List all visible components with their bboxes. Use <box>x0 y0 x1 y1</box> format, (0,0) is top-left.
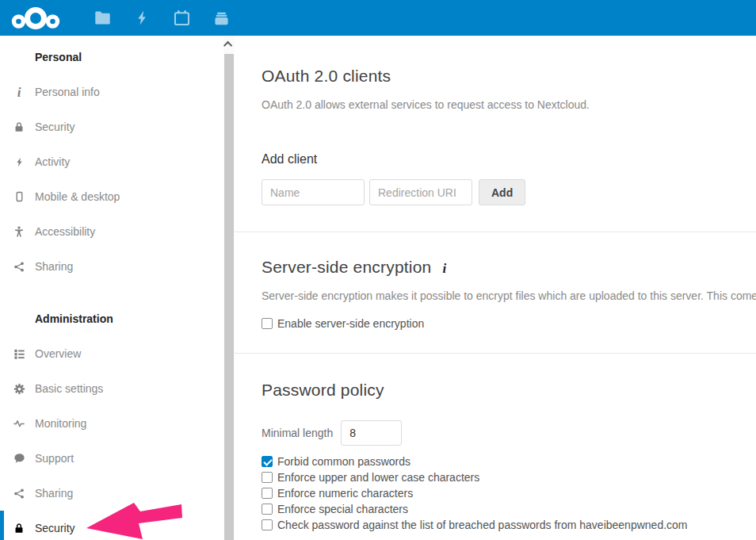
lock-icon <box>13 521 25 535</box>
deck-icon[interactable] <box>201 0 241 36</box>
minimal-length-input[interactable] <box>341 420 402 446</box>
client-name-input[interactable] <box>262 179 365 205</box>
sidebar-item-monitoring[interactable]: Monitoring <box>0 406 223 441</box>
sidebar-item-accessibility[interactable]: Accessibility <box>0 214 223 249</box>
sidebar-item-security-admin[interactable]: Security <box>0 511 223 540</box>
calendar-icon[interactable] <box>162 0 201 36</box>
oauth-section: OAuth 2.0 clients OAuth 2.0 allows exter… <box>235 36 756 232</box>
encryption-title: Server-side encryptioni <box>262 258 756 277</box>
files-folder-icon[interactable] <box>82 0 122 36</box>
enforce-special-checkbox[interactable]: Enforce special characters <box>262 503 408 515</box>
sidebar-item-overview[interactable]: Overview <box>0 336 223 371</box>
lock-icon <box>13 120 25 134</box>
list-icon <box>13 347 25 361</box>
password-policy-title: Password policy <box>262 381 756 400</box>
chat-icon <box>13 451 25 465</box>
encryption-description: Server-side encryption makes it possible… <box>262 288 756 304</box>
enable-encryption-row: Enable server-side encryption <box>262 317 756 330</box>
enforce-upper-lower-checkbox[interactable]: Enforce upper and lower case characters <box>262 471 479 484</box>
accessibility-icon <box>13 224 25 239</box>
enable-encryption-checkbox[interactable]: Enable server-side encryption <box>262 317 756 330</box>
share-icon <box>13 259 25 274</box>
nextcloud-logo[interactable] <box>10 5 62 32</box>
sidebar-item-sharing-personal[interactable]: Sharing <box>0 249 223 284</box>
sidebar-item-support[interactable]: Support <box>0 441 223 476</box>
redirection-uri-input[interactable] <box>369 179 472 205</box>
phone-icon <box>13 190 25 204</box>
enforce-numeric-checkbox[interactable]: Enforce numeric characters <box>262 487 413 500</box>
minimal-length-row: Minimal length <box>262 420 756 446</box>
sidebar-item-sharing-admin[interactable]: Sharing <box>0 476 223 511</box>
oauth-title: OAuth 2.0 clients <box>262 67 756 86</box>
info-icon: i <box>13 85 25 99</box>
sidebar-item-personal-info[interactable]: i Personal info <box>0 75 223 109</box>
password-policy-options: Forbid common passwords Enforce upper an… <box>262 454 756 533</box>
add-client-heading: Add client <box>262 152 756 167</box>
sidebar-item-mobile-desktop[interactable]: Mobile & desktop <box>0 179 223 214</box>
sidebar-scrollbar <box>223 36 235 540</box>
share-icon <box>13 486 25 500</box>
sidebar-caption-administration: Administration <box>0 301 223 336</box>
lightning-icon <box>13 155 25 169</box>
pulse-icon <box>13 416 25 431</box>
sidebar-item-activity[interactable]: Activity <box>0 144 223 179</box>
sidebar-caption-personal: Personal <box>0 40 223 75</box>
settings-sidebar: Personal i Personal info Security Activi… <box>0 36 223 540</box>
scrollbar-up-arrow[interactable] <box>223 38 235 51</box>
minimal-length-label: Minimal length <box>262 427 333 439</box>
settings-content: OAuth 2.0 clients OAuth 2.0 allows exter… <box>235 36 756 540</box>
forbid-common-passwords-checkbox[interactable]: Forbid common passwords <box>262 455 410 468</box>
password-policy-section: Password policy Minimal length Forbid co… <box>235 354 756 533</box>
app-launcher <box>82 0 241 36</box>
encryption-section: Server-side encryptioni Server-side encr… <box>235 232 756 354</box>
sidebar-item-basic-settings[interactable]: Basic settings <box>0 371 223 406</box>
add-client-form: Add <box>262 179 756 205</box>
info-icon: i <box>443 261 447 276</box>
scrollbar-thumb[interactable] <box>224 54 234 540</box>
top-header-bar <box>0 0 756 36</box>
activity-bolt-icon[interactable] <box>122 0 162 36</box>
sidebar-item-security-personal[interactable]: Security <box>0 109 223 144</box>
oauth-description: OAuth 2.0 allows external services to re… <box>262 97 756 113</box>
gear-icon <box>13 381 25 396</box>
add-client-button[interactable]: Add <box>479 179 525 205</box>
check-hibp-checkbox[interactable]: Check password against the list of breac… <box>262 519 688 531</box>
